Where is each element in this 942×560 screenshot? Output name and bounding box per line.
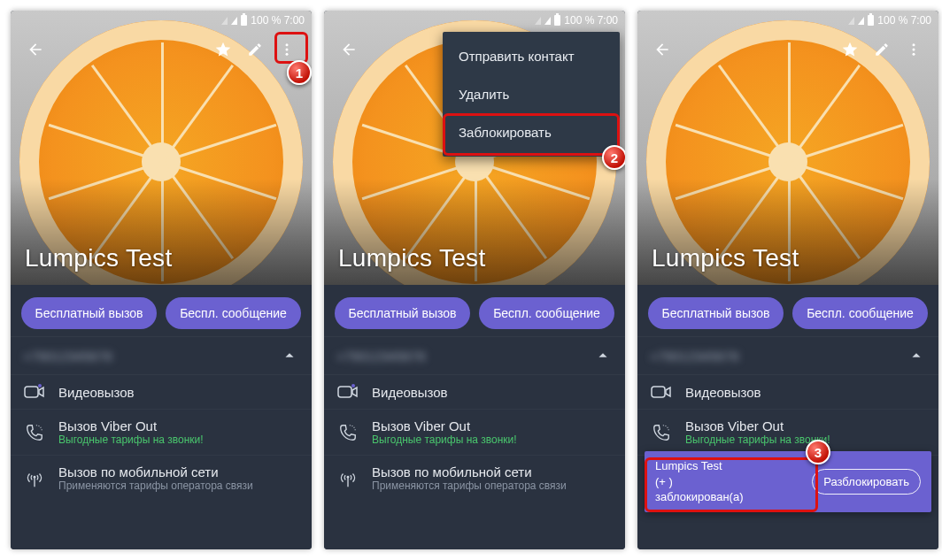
phone-number-row[interactable]: +79012345678 [11, 336, 312, 374]
svg-rect-6 [338, 387, 351, 397]
free-call-button[interactable]: Бесплатный вызов [335, 297, 470, 329]
svg-point-10 [913, 49, 915, 51]
svg-rect-3 [25, 387, 38, 397]
viber-out-row[interactable]: Вызов Viber Out Выгодные тарифы на звонк… [324, 409, 625, 455]
row-title: Вызов Viber Out [58, 418, 299, 433]
screenshot-3: 100 % 7:00 Lumpics Test Бесплатный [637, 11, 938, 549]
row-title: Видеовызов [58, 385, 299, 400]
app-bar [637, 32, 938, 67]
status-text: 100 % 7:00 [564, 14, 618, 27]
chevron-up-icon [280, 346, 299, 365]
row-title: Видеовызов [372, 385, 613, 400]
more-button[interactable] [898, 34, 930, 65]
svg-point-8 [347, 476, 350, 479]
row-title: Вызов по мобильной сети [372, 464, 613, 479]
arrow-left-icon [27, 41, 44, 58]
star-icon [841, 41, 859, 58]
free-message-button[interactable]: Беспл. сообщение [479, 297, 614, 329]
svg-point-0 [286, 43, 289, 46]
phone-number: +79012345678 [336, 349, 426, 364]
svg-point-9 [913, 43, 915, 46]
blocked-snackbar: Lumpics Test (+ ) заблокирован(а) Разбло… [645, 451, 931, 512]
signal-icon [535, 17, 541, 25]
row-subtitle: Выгодные тарифы на звонки! [685, 433, 926, 446]
video-call-row[interactable]: Видеовызов [11, 374, 312, 409]
phone-number-row[interactable]: +79012345678 [324, 336, 625, 374]
camera-icon [650, 384, 673, 400]
back-button[interactable] [19, 34, 51, 65]
chevron-up-icon [907, 346, 926, 365]
free-message-button[interactable]: Беспл. сообщение [166, 297, 301, 329]
signal-icon [221, 17, 228, 25]
signal-icon [544, 17, 551, 25]
svg-point-2 [286, 53, 289, 56]
status-bar: 100 % 7:00 [637, 11, 938, 30]
camera-icon [336, 384, 359, 400]
more-vert-icon [906, 42, 922, 58]
battery-icon [554, 15, 560, 26]
app-bar [11, 32, 312, 67]
pencil-icon [874, 42, 890, 58]
svg-point-7 [351, 384, 355, 387]
free-message-button[interactable]: Беспл. сообщение [792, 297, 928, 329]
back-button[interactable] [646, 34, 678, 65]
free-call-button[interactable]: Бесплатный вызов [648, 297, 784, 329]
free-call-button[interactable]: Бесплатный вызов [21, 297, 157, 329]
svg-rect-12 [652, 387, 665, 397]
row-subtitle: Выгодные тарифы на звонки! [372, 433, 613, 446]
star-icon [214, 41, 232, 58]
favorite-button[interactable] [207, 34, 239, 65]
battery-icon [868, 15, 874, 26]
signal-icon [858, 17, 864, 25]
menu-delete[interactable]: Удалить [443, 75, 620, 113]
video-call-row[interactable]: Видеовызов [324, 374, 625, 409]
arrow-left-icon [653, 41, 671, 58]
status-text: 100 % 7:00 [877, 14, 931, 27]
pencil-icon [247, 42, 263, 58]
edit-button[interactable] [239, 34, 271, 65]
chevron-up-icon [593, 346, 613, 365]
row-title: Вызов Viber Out [372, 418, 613, 433]
options-menu: Отправить контакт Удалить Заблокировать [443, 32, 620, 157]
battery-icon [241, 15, 247, 26]
phone-number-row[interactable]: +79012345678 [637, 336, 938, 374]
row-subtitle: Выгодные тарифы на звонки! [58, 433, 299, 446]
more-button[interactable] [271, 34, 303, 65]
screenshot-1: 100 % 7:00 Lumpics Test Бесплатный [11, 11, 312, 549]
status-bar: 100 % 7:00 [11, 11, 312, 30]
status-text: 100 % 7:00 [251, 14, 305, 27]
unblock-button[interactable]: Разблокировать [812, 469, 921, 495]
edit-button[interactable] [866, 34, 898, 65]
viber-out-row[interactable]: Вызов Viber Out Выгодные тарифы на звонк… [637, 409, 938, 455]
phone-out-icon [23, 423, 46, 442]
contact-name: Lumpics Test [652, 244, 799, 272]
antenna-icon [23, 469, 46, 488]
more-vert-icon [279, 42, 295, 58]
arrow-left-icon [340, 41, 358, 58]
signal-icon [848, 17, 854, 25]
cellular-call-row[interactable]: Вызов по мобильной сети Применяются тари… [11, 455, 312, 501]
contact-name: Lumpics Test [338, 244, 486, 272]
phone-number: +79012345678 [650, 349, 739, 364]
cellular-call-row[interactable]: Вызов по мобильной сети Применяются тари… [324, 455, 625, 501]
svg-point-1 [286, 49, 289, 51]
row-title: Вызов Viber Out [685, 418, 926, 433]
viber-out-row[interactable]: Вызов Viber Out Выгодные тарифы на звонк… [11, 409, 312, 455]
row-subtitle: Применяются тарифы оператора связи [372, 479, 613, 492]
menu-send-contact[interactable]: Отправить контакт [443, 37, 620, 75]
row-title: Вызов по мобильной сети [58, 464, 299, 479]
status-bar: 100 % 7:00 [324, 11, 625, 30]
antenna-icon [336, 469, 359, 488]
video-call-row[interactable]: Видеовызов [637, 374, 938, 409]
svg-point-11 [913, 53, 915, 56]
contact-name: Lumpics Test [25, 244, 173, 272]
svg-point-4 [38, 384, 42, 387]
menu-block[interactable]: Заблокировать [443, 113, 620, 151]
row-title: Видеовызов [685, 385, 926, 400]
phone-number: +79012345678 [23, 349, 112, 364]
favorite-button[interactable] [834, 34, 866, 65]
signal-icon [231, 17, 237, 25]
phone-out-icon [650, 423, 673, 442]
camera-icon [23, 384, 46, 400]
back-button[interactable] [333, 34, 365, 65]
